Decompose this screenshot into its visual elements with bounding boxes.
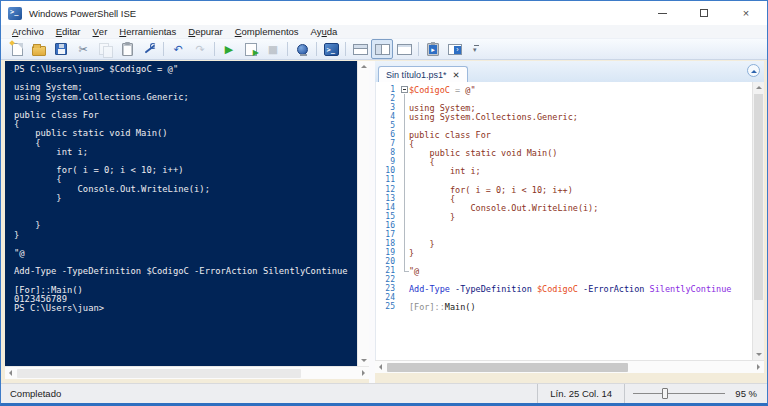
editor-line[interactable]: 3using System;: [376, 103, 752, 112]
console-vertical-scrollbar[interactable]: [357, 61, 369, 366]
clear-console-pane-button[interactable]: [138, 39, 160, 59]
editor-line[interactable]: 10 int i;: [376, 166, 752, 175]
editor-line[interactable]: 22: [376, 275, 752, 284]
menu-item-herramientas[interactable]: Herramientas: [113, 25, 182, 38]
editor-line[interactable]: 12 for( i = 0; i < 10; i++): [376, 185, 752, 194]
zoom-slider[interactable]: [625, 393, 733, 394]
start-powershell-exe-button[interactable]: [320, 39, 342, 59]
script-tab-bar: Sin título1.ps1* ✕: [375, 61, 764, 82]
show-script-pane-button[interactable]: [422, 39, 444, 59]
editor-horizontal-scrollbar[interactable]: [375, 360, 764, 373]
editor-line[interactable]: 21"@: [376, 266, 752, 275]
editor-lines[interactable]: 1$CodigoC = @"23using System;4using Syst…: [376, 82, 752, 360]
editor-line[interactable]: 4using System.Collections.Generic;: [376, 112, 752, 121]
stop-operation-icon: ■: [268, 44, 278, 55]
scroll-left-icon[interactable]: [376, 364, 382, 370]
editor-line[interactable]: 13 {: [376, 194, 752, 203]
editor-line[interactable]: 18 }: [376, 239, 752, 248]
code-fold-toggle[interactable]: [401, 86, 408, 93]
scrollbar-thumb[interactable]: [17, 369, 301, 378]
stop-operation-button[interactable]: ■: [262, 39, 284, 59]
new-remote-powershell-tab-button[interactable]: [291, 39, 313, 59]
menu-item-archivo[interactable]: Archivo: [6, 25, 50, 38]
editor-line[interactable]: 9 {: [376, 157, 752, 166]
menu-item-editar[interactable]: Editar: [50, 25, 87, 38]
editor-line[interactable]: 23Add-Type -TypeDefinition $CodigoC -Err…: [376, 284, 752, 293]
toolbar-overflow-button[interactable]: [466, 39, 488, 59]
scrollbar-thumb[interactable]: [387, 363, 628, 372]
editor-line[interactable]: 8 public static void Main(): [376, 148, 752, 157]
show-script-pane-right-button[interactable]: [371, 39, 393, 59]
console-output[interactable]: PS C:\Users\juan> $CodigoC = @" using Sy…: [14, 65, 357, 313]
close-button[interactable]: ×: [725, 1, 767, 25]
redo-button[interactable]: ↷: [189, 39, 211, 59]
code-text: int i;: [409, 166, 481, 175]
run-selection-button[interactable]: [240, 39, 262, 59]
scroll-up-icon[interactable]: [756, 83, 762, 89]
code-text: using System;: [409, 103, 476, 112]
maximize-button[interactable]: [683, 1, 725, 25]
code-text: public static void Main(): [409, 148, 557, 157]
status-text: Completado: [1, 388, 537, 399]
show-script-pane-maximized-button[interactable]: [393, 39, 415, 59]
run-script-icon: ▶: [225, 44, 233, 55]
code-text: [For]::Main(): [409, 302, 476, 311]
new-script-button[interactable]: [6, 39, 28, 59]
line-number: 20: [376, 257, 397, 266]
editor-line[interactable]: 7{: [376, 139, 752, 148]
line-number: 9: [376, 157, 397, 166]
line-number: 6: [376, 130, 397, 139]
editor-line[interactable]: 1$CodigoC = @": [376, 85, 752, 94]
editor-line[interactable]: 16: [376, 221, 752, 230]
menu-item-depurar[interactable]: Depurar: [182, 25, 228, 38]
scroll-right-icon[interactable]: [362, 370, 368, 376]
code-text: "@: [409, 266, 419, 275]
paste-button[interactable]: [116, 39, 138, 59]
line-number: 12: [376, 185, 397, 194]
line-number: 3: [376, 103, 397, 112]
editor-line[interactable]: 20: [376, 257, 752, 266]
editor-line[interactable]: 11: [376, 175, 752, 184]
editor-line[interactable]: 15 }: [376, 212, 752, 221]
show-console-pane-button[interactable]: [444, 39, 466, 59]
editor-line[interactable]: 19}: [376, 248, 752, 257]
collapse-script-pane-button[interactable]: [747, 64, 760, 77]
editor-vertical-scrollbar[interactable]: [752, 82, 764, 360]
zoom-slider-thumb[interactable]: [662, 388, 668, 399]
line-number: 8: [376, 148, 397, 157]
scroll-left-icon[interactable]: [6, 370, 12, 376]
editor-line[interactable]: 14 Console.Out.WriteLine(i);: [376, 203, 752, 212]
menu-item-complementos[interactable]: Complementos: [229, 25, 305, 38]
run-script-button[interactable]: ▶: [218, 39, 240, 59]
editor-line[interactable]: 24: [376, 293, 752, 302]
code-text: using System.Collections.Generic;: [409, 112, 578, 121]
code-text: {: [409, 194, 455, 203]
close-icon: ×: [743, 8, 749, 19]
show-script-pane-top-button[interactable]: [349, 39, 371, 59]
scrollbar-thumb[interactable]: [754, 94, 763, 300]
menu-item-ver[interactable]: Ver: [87, 25, 114, 38]
menu-item-ayuda[interactable]: Ayuda: [305, 25, 344, 38]
undo-button[interactable]: ↶: [167, 39, 189, 59]
scroll-down-icon[interactable]: [361, 359, 367, 365]
open-script-button[interactable]: [28, 39, 50, 59]
tab-close-icon[interactable]: ✕: [453, 71, 460, 80]
zoom-slider-track[interactable]: [633, 393, 725, 394]
editor-line[interactable]: 6public class For: [376, 130, 752, 139]
editor-line[interactable]: 17: [376, 230, 752, 239]
scroll-right-icon[interactable]: [757, 364, 763, 370]
minimize-button[interactable]: [641, 1, 683, 25]
save-script-button[interactable]: [50, 39, 72, 59]
console-output-area[interactable]: PS C:\Users\juan> $CodigoC = @" using Sy…: [5, 61, 357, 366]
copy-button[interactable]: [94, 39, 116, 59]
editor-line[interactable]: 5: [376, 121, 752, 130]
console-horizontal-scrollbar[interactable]: [5, 366, 369, 379]
editor-line[interactable]: 2: [376, 94, 752, 103]
scroll-down-icon[interactable]: [756, 353, 762, 359]
editor-line[interactable]: 25[For]::Main(): [376, 302, 752, 311]
line-number: 7: [376, 139, 397, 148]
cut-button[interactable]: ✂: [72, 39, 94, 59]
tab-sin-titulo1[interactable]: Sin título1.ps1* ✕: [378, 66, 468, 82]
scroll-up-icon[interactable]: [361, 62, 367, 68]
redo-icon: ↷: [195, 44, 204, 55]
